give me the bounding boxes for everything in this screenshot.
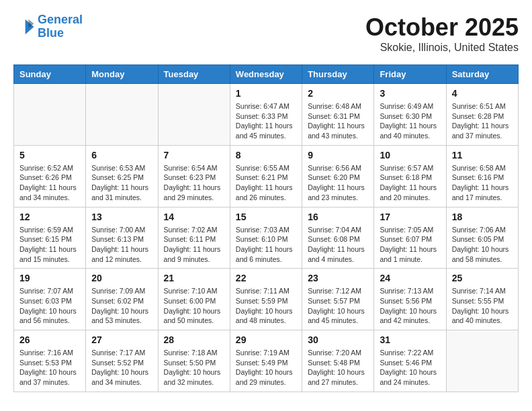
day-info: Sunrise: 7:05 AM Sunset: 6:07 PM Dayligh…: [380, 225, 440, 265]
calendar-cell: 12Sunrise: 6:59 AM Sunset: 6:15 PM Dayli…: [14, 207, 86, 269]
day-info: Sunrise: 6:57 AM Sunset: 6:18 PM Dayligh…: [380, 163, 440, 203]
day-info: Sunrise: 7:04 AM Sunset: 6:08 PM Dayligh…: [308, 225, 368, 265]
day-info: Sunrise: 7:10 AM Sunset: 6:00 PM Dayligh…: [164, 286, 224, 326]
calendar-cell: 1Sunrise: 6:47 AM Sunset: 6:33 PM Daylig…: [230, 84, 302, 146]
day-number: 22: [236, 273, 296, 283]
day-number: 3: [380, 88, 440, 99]
calendar-cell: 10Sunrise: 6:57 AM Sunset: 6:18 PM Dayli…: [374, 145, 446, 207]
day-info: Sunrise: 7:16 AM Sunset: 5:53 PM Dayligh…: [19, 348, 80, 387]
day-number: 27: [91, 334, 152, 345]
day-number: 9: [308, 150, 368, 161]
calendar-cell: 20Sunrise: 7:09 AM Sunset: 6:02 PM Dayli…: [86, 269, 158, 330]
day-number: 28: [164, 334, 224, 345]
logo: General Blue: [13, 13, 83, 40]
calendar-cell: 3Sunrise: 6:49 AM Sunset: 6:30 PM Daylig…: [374, 84, 446, 146]
calendar-cell: 24Sunrise: 7:13 AM Sunset: 5:56 PM Dayli…: [374, 269, 446, 330]
weekday-header-row: SundayMondayTuesdayWednesdayThursdayFrid…: [14, 65, 519, 84]
location: Skokie, Illinois, United States: [365, 42, 519, 54]
month-title: October 2025: [365, 13, 519, 42]
calendar-cell: 22Sunrise: 7:11 AM Sunset: 5:59 PM Dayli…: [230, 269, 302, 330]
day-number: 12: [19, 212, 80, 222]
calendar-cell: 18Sunrise: 7:06 AM Sunset: 6:05 PM Dayli…: [446, 207, 518, 269]
calendar-cell: 2Sunrise: 6:48 AM Sunset: 6:31 PM Daylig…: [302, 84, 374, 146]
day-info: Sunrise: 6:55 AM Sunset: 6:21 PM Dayligh…: [236, 163, 296, 203]
calendar-cell: 31Sunrise: 7:22 AM Sunset: 5:46 PM Dayli…: [374, 330, 446, 392]
day-number: 30: [308, 334, 368, 345]
day-number: 7: [164, 150, 224, 161]
calendar-cell: 11Sunrise: 6:58 AM Sunset: 6:16 PM Dayli…: [446, 145, 518, 207]
day-info: Sunrise: 6:58 AM Sunset: 6:16 PM Dayligh…: [452, 163, 513, 203]
calendar-cell: 21Sunrise: 7:10 AM Sunset: 6:00 PM Dayli…: [158, 269, 230, 330]
logo-icon: [13, 16, 35, 38]
calendar-cell: 28Sunrise: 7:18 AM Sunset: 5:50 PM Dayli…: [158, 330, 230, 392]
day-info: Sunrise: 7:02 AM Sunset: 6:11 PM Dayligh…: [164, 225, 224, 265]
calendar-cell: [158, 84, 230, 146]
day-info: Sunrise: 7:19 AM Sunset: 5:49 PM Dayligh…: [236, 348, 296, 387]
day-info: Sunrise: 6:52 AM Sunset: 6:26 PM Dayligh…: [19, 163, 80, 203]
week-row: 19Sunrise: 7:07 AM Sunset: 6:03 PM Dayli…: [14, 269, 519, 330]
calendar-cell: 7Sunrise: 6:54 AM Sunset: 6:23 PM Daylig…: [158, 145, 230, 207]
day-info: Sunrise: 7:14 AM Sunset: 5:55 PM Dayligh…: [452, 286, 513, 326]
day-number: 19: [19, 273, 80, 283]
calendar-cell: 14Sunrise: 7:02 AM Sunset: 6:11 PM Dayli…: [158, 207, 230, 269]
day-number: 25: [452, 273, 513, 283]
day-number: 11: [452, 150, 513, 161]
weekday-header: Monday: [86, 65, 158, 84]
calendar-cell: 16Sunrise: 7:04 AM Sunset: 6:08 PM Dayli…: [302, 207, 374, 269]
day-number: 15: [236, 212, 296, 222]
logo-text: General Blue: [38, 13, 83, 40]
calendar-cell: 27Sunrise: 7:17 AM Sunset: 5:52 PM Dayli…: [86, 330, 158, 392]
calendar-cell: 17Sunrise: 7:05 AM Sunset: 6:07 PM Dayli…: [374, 207, 446, 269]
calendar-cell: 5Sunrise: 6:52 AM Sunset: 6:26 PM Daylig…: [14, 145, 86, 207]
calendar: SundayMondayTuesdayWednesdayThursdayFrid…: [13, 64, 519, 392]
day-info: Sunrise: 7:03 AM Sunset: 6:10 PM Dayligh…: [236, 225, 296, 265]
logo-line2: Blue: [38, 26, 64, 40]
calendar-cell: 6Sunrise: 6:53 AM Sunset: 6:25 PM Daylig…: [86, 145, 158, 207]
day-info: Sunrise: 7:09 AM Sunset: 6:02 PM Dayligh…: [91, 286, 152, 326]
day-number: 13: [91, 212, 152, 222]
day-info: Sunrise: 6:59 AM Sunset: 6:15 PM Dayligh…: [19, 225, 80, 265]
day-info: Sunrise: 6:54 AM Sunset: 6:23 PM Dayligh…: [164, 163, 224, 203]
day-number: 23: [308, 273, 368, 283]
day-info: Sunrise: 6:51 AM Sunset: 6:28 PM Dayligh…: [452, 101, 513, 141]
day-number: 26: [19, 334, 80, 345]
weekday-header: Friday: [374, 65, 446, 84]
calendar-cell: 13Sunrise: 7:00 AM Sunset: 6:13 PM Dayli…: [86, 207, 158, 269]
calendar-cell: [14, 84, 86, 146]
logo-line1: General: [38, 13, 83, 26]
day-number: 6: [91, 150, 152, 161]
day-info: Sunrise: 7:12 AM Sunset: 5:57 PM Dayligh…: [308, 286, 368, 326]
calendar-cell: 15Sunrise: 7:03 AM Sunset: 6:10 PM Dayli…: [230, 207, 302, 269]
week-row: 12Sunrise: 6:59 AM Sunset: 6:15 PM Dayli…: [14, 207, 519, 269]
day-number: 18: [452, 212, 513, 222]
day-info: Sunrise: 6:47 AM Sunset: 6:33 PM Dayligh…: [236, 101, 296, 141]
day-info: Sunrise: 7:13 AM Sunset: 5:56 PM Dayligh…: [380, 286, 440, 326]
day-info: Sunrise: 6:53 AM Sunset: 6:25 PM Dayligh…: [91, 163, 152, 203]
calendar-cell: [86, 84, 158, 146]
calendar-cell: 26Sunrise: 7:16 AM Sunset: 5:53 PM Dayli…: [14, 330, 86, 392]
calendar-cell: 4Sunrise: 6:51 AM Sunset: 6:28 PM Daylig…: [446, 84, 518, 146]
day-number: 31: [380, 334, 440, 345]
calendar-cell: 8Sunrise: 6:55 AM Sunset: 6:21 PM Daylig…: [230, 145, 302, 207]
day-number: 10: [380, 150, 440, 161]
day-number: 20: [91, 273, 152, 283]
calendar-cell: 9Sunrise: 6:56 AM Sunset: 6:20 PM Daylig…: [302, 145, 374, 207]
calendar-cell: 25Sunrise: 7:14 AM Sunset: 5:55 PM Dayli…: [446, 269, 518, 330]
weekday-header: Thursday: [302, 65, 374, 84]
day-number: 4: [452, 88, 513, 99]
week-row: 26Sunrise: 7:16 AM Sunset: 5:53 PM Dayli…: [14, 330, 519, 392]
day-info: Sunrise: 7:17 AM Sunset: 5:52 PM Dayligh…: [91, 348, 152, 387]
day-number: 24: [380, 273, 440, 283]
day-info: Sunrise: 7:20 AM Sunset: 5:48 PM Dayligh…: [308, 348, 368, 387]
calendar-cell: 19Sunrise: 7:07 AM Sunset: 6:03 PM Dayli…: [14, 269, 86, 330]
day-info: Sunrise: 7:07 AM Sunset: 6:03 PM Dayligh…: [19, 286, 80, 326]
page-header: General Blue October 2025 Skokie, Illino…: [13, 13, 519, 54]
day-info: Sunrise: 7:18 AM Sunset: 5:50 PM Dayligh…: [164, 348, 224, 387]
week-row: 5Sunrise: 6:52 AM Sunset: 6:26 PM Daylig…: [14, 145, 519, 207]
day-number: 1: [236, 88, 296, 99]
weekday-header: Saturday: [446, 65, 518, 84]
calendar-cell: 29Sunrise: 7:19 AM Sunset: 5:49 PM Dayli…: [230, 330, 302, 392]
day-number: 17: [380, 212, 440, 222]
day-info: Sunrise: 7:11 AM Sunset: 5:59 PM Dayligh…: [236, 286, 296, 326]
day-info: Sunrise: 7:22 AM Sunset: 5:46 PM Dayligh…: [380, 348, 440, 387]
